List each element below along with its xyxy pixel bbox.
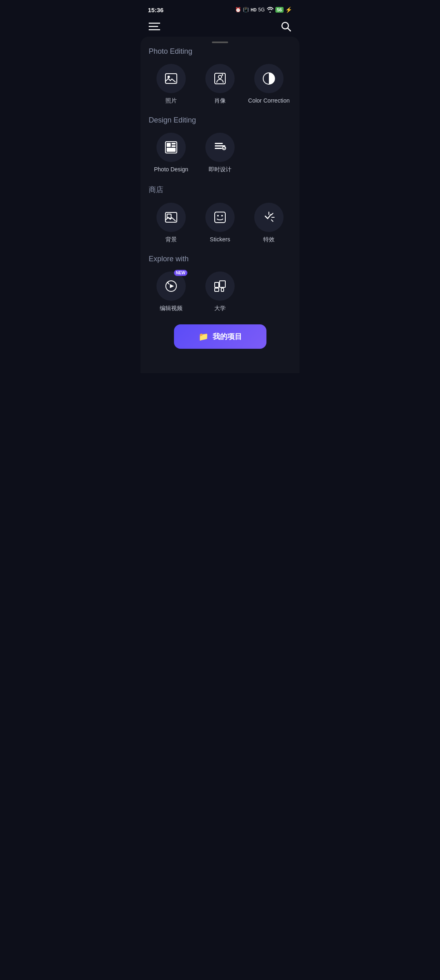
photo-design-icon-circle — [156, 133, 186, 162]
stickers-item[interactable]: Stickers — [198, 203, 242, 243]
background-item[interactable]: 背景 — [149, 203, 194, 243]
svg-point-8 — [218, 75, 222, 79]
svg-point-24 — [221, 215, 223, 217]
stickers-icon-circle — [205, 203, 235, 232]
university-label: 大学 — [214, 305, 226, 312]
status-icons: ⏰ 📳 HD 5G 56 ⚡ — [235, 7, 292, 13]
hd-icon: HD — [251, 8, 256, 12]
drawer-handle — [212, 42, 228, 43]
design-editing-title: Design Editing — [149, 116, 291, 125]
svg-point-6 — [167, 76, 170, 78]
design-editing-grid: Photo Design 即时设计 — [149, 133, 291, 173]
charging-icon: ⚡ — [285, 7, 292, 13]
svg-line-28 — [271, 220, 273, 221]
svg-rect-14 — [172, 145, 176, 147]
signal-icon: 5G — [258, 7, 265, 13]
wifi-icon — [266, 7, 274, 13]
svg-rect-15 — [167, 148, 176, 152]
my-projects-label: 我的项目 — [213, 332, 242, 341]
edit-video-item[interactable]: NEW 编辑视频 — [149, 271, 194, 312]
instant-design-label: 即时设计 — [209, 166, 231, 173]
svg-rect-33 — [215, 282, 219, 287]
university-item[interactable]: 大学 — [198, 271, 242, 312]
instant-design-item[interactable]: 即时设计 — [198, 133, 242, 173]
background-icon-circle — [156, 203, 186, 232]
portrait-label: 肖像 — [214, 97, 226, 105]
photo-design-item[interactable]: Photo Design — [149, 133, 194, 173]
battery-icon: 56 — [275, 7, 284, 13]
svg-rect-16 — [215, 143, 223, 144]
shop-grid: 背景 Stickers — [149, 203, 291, 243]
svg-point-32 — [167, 282, 169, 283]
my-projects-button[interactable]: 📁 我的项目 — [174, 324, 266, 349]
bottom-sheet: Photo Editing 照片 — [141, 37, 299, 373]
stickers-label: Stickers — [210, 236, 230, 243]
folder-icon: 📁 — [198, 332, 209, 341]
edit-video-label: 编辑视频 — [160, 305, 183, 312]
bottom-button-container: 📁 我的项目 — [149, 324, 291, 357]
svg-line-4 — [288, 28, 290, 31]
background-label: 背景 — [165, 236, 177, 243]
status-time: 15:36 — [148, 7, 163, 13]
vibrate-icon: 📳 — [243, 7, 249, 13]
svg-rect-22 — [215, 212, 225, 223]
explore-grid: NEW 编辑视频 大学 — [149, 271, 291, 312]
svg-point-9 — [222, 74, 223, 76]
color-correction-icon-circle — [254, 64, 284, 93]
effects-label: 特效 — [263, 236, 275, 243]
photos-item[interactable]: 照片 — [149, 64, 194, 105]
svg-point-23 — [217, 215, 219, 217]
edit-video-icon-circle: NEW — [156, 271, 186, 301]
svg-marker-30 — [170, 284, 174, 288]
svg-line-26 — [271, 213, 273, 215]
app-header — [141, 18, 299, 37]
svg-rect-36 — [221, 288, 224, 291]
status-bar: 15:36 ⏰ 📳 HD 5G 56 ⚡ — [141, 0, 299, 18]
photo-design-label: Photo Design — [154, 166, 188, 173]
svg-rect-12 — [167, 143, 171, 147]
search-button[interactable] — [281, 21, 291, 32]
photo-editing-title: Photo Editing — [149, 47, 291, 56]
new-badge: NEW — [174, 270, 187, 276]
menu-button[interactable] — [149, 22, 160, 31]
svg-rect-18 — [215, 148, 222, 149]
svg-rect-35 — [215, 288, 219, 291]
photos-label: 照片 — [165, 97, 177, 105]
portrait-icon-circle — [205, 64, 235, 93]
instant-design-icon-circle — [205, 133, 235, 162]
alarm-icon: ⏰ — [235, 7, 241, 13]
color-correction-label: Color Correction — [248, 97, 290, 104]
photos-icon-circle — [156, 64, 186, 93]
photo-editing-grid: 照片 肖像 Color Correction — [149, 64, 291, 105]
effects-icon-circle — [254, 203, 284, 232]
shop-title: 商店 — [149, 185, 291, 195]
svg-rect-13 — [172, 143, 176, 144]
portrait-item[interactable]: 肖像 — [198, 64, 242, 105]
university-icon-circle — [205, 271, 235, 301]
svg-rect-34 — [220, 281, 225, 287]
color-correction-item[interactable]: Color Correction — [246, 64, 291, 105]
effects-item[interactable]: 特效 — [246, 203, 291, 243]
explore-title: Explore with — [149, 255, 291, 263]
